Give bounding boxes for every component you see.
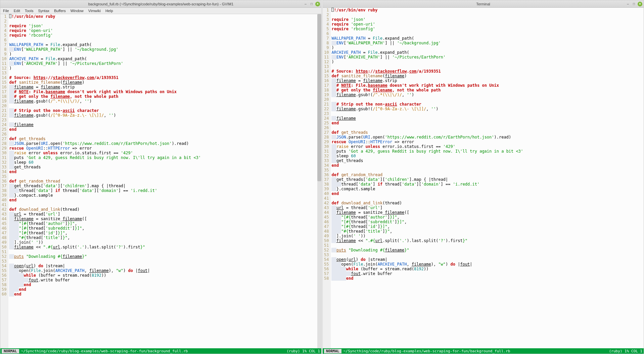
code-line: # get only the filename, not the whole p… xyxy=(9,94,317,99)
code-line: filename = sanitize_filename([ xyxy=(9,217,317,221)
code-line: # NOTE: File.basename doesn't work right… xyxy=(331,83,644,88)
menu-vimwiki[interactable]: Vimwiki xyxy=(88,9,101,13)
code-line: WALLPAPER_PATH = File.expand_path( xyxy=(9,42,317,47)
code-line: sleep 60 xyxy=(9,160,317,165)
code-line: # Strip out the non-ascii character xyxy=(9,108,317,113)
menu-syntax[interactable]: Syntax xyxy=(38,9,49,13)
code-line: # NOTE: File.basename doesn't work right… xyxy=(9,89,317,94)
code-line: filename << ".#{url.split('.').last.spli… xyxy=(331,238,644,243)
minimize-icon[interactable]: – xyxy=(626,2,630,6)
menu-buffers[interactable]: Buffers xyxy=(54,9,66,13)
code-line: end xyxy=(331,121,644,125)
code-line xyxy=(9,71,317,75)
code-line: get_threads xyxy=(9,165,317,169)
code-line: thread['data'] if thread['data']['domain… xyxy=(9,188,317,193)
code-line: def get_threads xyxy=(331,130,644,135)
code-line: open(url) do |stream| xyxy=(9,264,317,268)
code-line: ].join(' ')) xyxy=(9,240,317,245)
code-line xyxy=(331,168,644,172)
maximize-icon[interactable]: □ xyxy=(309,2,314,6)
code-line xyxy=(331,64,644,69)
gvim-titlebar: background_full.rb (~/Syncthing/code/rub… xyxy=(0,0,321,8)
code-line xyxy=(331,243,644,248)
terminal-title: Terminal xyxy=(476,2,490,6)
code-line: filename.gsub!(/^.*(\\|\/)/, '') xyxy=(9,99,317,104)
code-line: fout.write buffer xyxy=(9,278,317,282)
code-line: "[#{thread['author']}]", xyxy=(331,215,644,220)
code-line: require 'open-uri' xyxy=(9,28,317,33)
code-line: "#{thread['title']}", xyxy=(9,235,317,240)
close-icon[interactable]: × xyxy=(638,2,642,6)
code-line xyxy=(9,202,317,207)
code-line: JSON.parse(URI.open('https://www.reddit.… xyxy=(9,141,317,146)
code-line xyxy=(331,97,644,102)
code-line: while (buffer = stream.read(8192)) xyxy=(9,273,317,278)
code-line: end xyxy=(9,282,317,287)
code-line xyxy=(9,19,317,24)
code-line: require 'open-uri' xyxy=(331,22,644,27)
code-line xyxy=(331,125,644,130)
code-line: ].join(' ')) xyxy=(331,234,644,238)
code-line: url = thread['url'] xyxy=(331,205,644,210)
status-path: ~/Syncthing/code/ruby/blog-examples/web-… xyxy=(343,349,609,353)
code-line: while (buffer = stream.read(8192)) xyxy=(331,267,644,271)
gvim-window: background_full.rb (~/Syncthing/code/rub… xyxy=(0,0,322,354)
code-line: filename = sanitize_filename([ xyxy=(331,210,644,215)
minimize-icon[interactable]: – xyxy=(303,2,308,6)
code-line: def get_threads xyxy=(9,136,317,141)
code-line: def sanitize_filename(filename) xyxy=(331,74,644,78)
menu-tools[interactable]: Tools xyxy=(25,9,34,13)
code-line xyxy=(331,196,644,201)
code-line: open(url) do |stream| xyxy=(331,257,644,262)
code-line: # Source: https://stackoverflow.com/a/19… xyxy=(9,75,317,80)
code-line: ENV['ARCHIVE_PATH'] || '~/Pictures/Earth… xyxy=(9,61,317,66)
code-line: filename.gsub!(/^.*(\\|\/)/, '') xyxy=(331,92,644,97)
terminal-editor[interactable]: !/usr/bin/env rubyrequire 'json'require … xyxy=(331,8,644,348)
code-line xyxy=(9,174,317,179)
code-line: raise error unless error.io.status.first… xyxy=(331,144,644,149)
code-line: def sanitize_filename(filename) xyxy=(9,80,317,85)
code-line: }.compact.sample xyxy=(331,187,644,191)
code-line: ENV['WALLPAPER_PATH'] || '~/background.j… xyxy=(9,47,317,52)
gvim-scrollbar[interactable] xyxy=(317,14,321,348)
code-line: end xyxy=(9,127,317,132)
code-line: puts "Downloading #{filename}" xyxy=(331,248,644,252)
code-line xyxy=(331,252,644,257)
menu-edit[interactable]: Edit xyxy=(14,9,20,13)
gvim-gutter: 1234567891011121314151617181920212223242… xyxy=(0,14,8,348)
status-info: (ruby) 1% COL 1 xyxy=(609,349,642,353)
code-line: end xyxy=(9,292,317,297)
code-line xyxy=(9,132,317,136)
status-info: (ruby) 1% COL 1 xyxy=(287,349,320,353)
code-line: filename.gsub!(/[^0-9A-Za-z.\- \[\]]/, '… xyxy=(331,107,644,111)
code-line: ) xyxy=(331,60,644,64)
code-line: filename = filename.strip xyxy=(331,78,644,83)
menu-file[interactable]: File xyxy=(3,9,9,13)
code-line: require 'rbconfig' xyxy=(9,33,317,38)
code-line: open(File.join(ARCHIVE_PATH, filename), … xyxy=(9,268,317,273)
code-line xyxy=(9,38,317,42)
code-line xyxy=(331,111,644,116)
code-line: filename.gsub!(/[^0-9A-Za-z.\- \[\]]/, '… xyxy=(9,113,317,118)
code-line: filename xyxy=(331,116,644,121)
code-line: require 'rbconfig' xyxy=(331,27,644,31)
code-line xyxy=(9,259,317,264)
terminal-statusbar: NORMAL ~/Syncthing/code/ruby/blog-exampl… xyxy=(323,348,644,354)
close-icon[interactable]: × xyxy=(315,2,320,6)
code-line xyxy=(9,249,317,254)
code-line: get_threads['data']['children'].map { |t… xyxy=(331,177,644,182)
code-line: filename = filename.strip xyxy=(9,85,317,89)
code-line: filename xyxy=(9,122,317,127)
code-line: get_threads['data']['children'].map { |t… xyxy=(9,184,317,188)
maximize-icon[interactable]: □ xyxy=(632,2,636,6)
code-line: ARCHIVE_PATH = File.expand_path( xyxy=(9,56,317,61)
gvim-editor[interactable]: !/usr/bin/env rubyrequire 'json'require … xyxy=(8,14,317,348)
code-line: ) xyxy=(9,66,317,71)
gvim-title: background_full.rb (~/Syncthing/code/rub… xyxy=(88,2,234,6)
menu-help[interactable]: Help xyxy=(105,9,113,13)
code-line: url = thread['url'] xyxy=(9,212,317,217)
code-line: "[#{thread['subreddit']}]", xyxy=(331,220,644,224)
menu-window[interactable]: Window xyxy=(71,9,84,13)
code-line: raise error unless error.io.status.first… xyxy=(9,151,317,155)
code-line: }.compact.sample xyxy=(9,193,317,198)
